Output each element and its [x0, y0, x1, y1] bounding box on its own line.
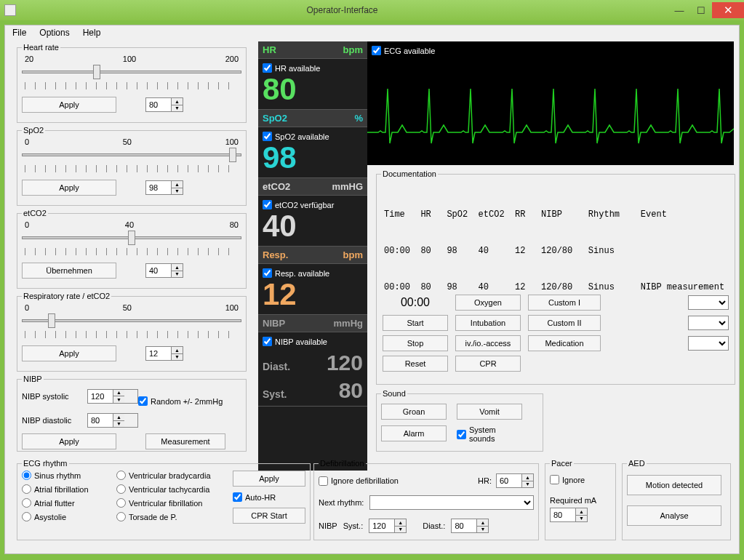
spo2-legend: SpO2 — [22, 126, 45, 135]
stop-button[interactable]: Stop — [383, 335, 448, 351]
window-title: Operator-Interface — [16, 5, 668, 15]
motion-detected-button[interactable]: Motion detected — [627, 475, 721, 495]
analyse-button[interactable]: Analyse — [627, 505, 721, 526]
hr-legend: Heart rate — [22, 43, 60, 52]
spo2-value: 98 — [263, 141, 363, 175]
minimize-button[interactable]: — — [668, 2, 690, 18]
rhythm-aflutter[interactable]: Atrial flutter — [22, 498, 109, 508]
etco2-legend: etCO2 — [22, 209, 48, 217]
etco2-value: 40 — [263, 209, 363, 243]
doc-legend: Documentation — [381, 169, 438, 178]
alarm-button[interactable]: Alarm — [381, 425, 447, 441]
hr-slider[interactable] — [22, 63, 241, 81]
close-button[interactable]: ✕ — [712, 2, 744, 18]
monitor-column: HRbpm HR available 80 SpO2% SpO2 availab… — [258, 41, 367, 471]
rr-apply-button[interactable]: Apply — [22, 345, 116, 361]
medication-button[interactable]: Medication — [528, 335, 601, 351]
defib-legend: Defibrillation — [319, 459, 366, 468]
defib-hr-spinner[interactable]: ▲▼ — [496, 473, 534, 488]
pacer-ignore-checkbox[interactable]: Ignore — [550, 475, 585, 484]
defib-diast-spinner[interactable]: ▲▼ — [451, 519, 489, 533]
pacer-ma-spinner[interactable]: ▲▼ — [550, 508, 588, 522]
nibp-measure-button[interactable]: Measurement — [145, 433, 225, 449]
custom1-button[interactable]: Custom I — [528, 295, 601, 311]
ecgr-apply-button[interactable]: Apply — [233, 471, 305, 487]
system-sounds-checkbox[interactable]: System sounds — [457, 425, 522, 443]
cpr-start-button[interactable]: CPR Start — [233, 508, 305, 524]
next-rhythm-select[interactable] — [369, 495, 534, 510]
sound-legend: Sound — [381, 389, 407, 398]
rhythm-vfib[interactable]: Ventricular fibrillation — [116, 498, 225, 508]
nibp-sys-label: NIBP systolic — [22, 392, 87, 401]
reset-button[interactable]: Reset — [383, 356, 448, 372]
ignore-defib-checkbox[interactable]: Ignore defibrillation — [319, 476, 399, 486]
custom1-select[interactable] — [688, 295, 729, 310]
spo2-slider[interactable] — [22, 146, 241, 164]
maximize-button[interactable]: ☐ — [690, 2, 712, 18]
spo2-spinner[interactable]: ▲▼ — [145, 180, 183, 195]
spo2-apply-button[interactable]: Apply — [22, 180, 116, 196]
rhythm-torsade[interactable]: Torsade de P. — [116, 512, 225, 521]
menu-file[interactable]: File — [12, 28, 26, 38]
rhythm-vbrady[interactable]: Ventricular bradycardia — [116, 471, 225, 480]
rhythm-afib[interactable]: Atrial fibrillation — [22, 484, 109, 494]
custom2-select[interactable] — [688, 316, 729, 330]
pacer-legend: Pacer — [550, 459, 574, 468]
rr-spinner[interactable]: ▲▼ — [145, 346, 183, 361]
rr-legend: Respiratory rate / etCO2 — [22, 292, 111, 300]
nibp-dia-label: NIBP diastolic — [22, 416, 87, 425]
hr-spinner[interactable]: ▲▼ — [145, 97, 183, 112]
hr-value: 80 — [263, 73, 363, 106]
ecgr-legend: ECG rhythm — [22, 459, 69, 468]
rhythm-sinus[interactable]: Sinus rhythm — [22, 471, 109, 480]
rr-slider[interactable] — [22, 312, 241, 329]
etco2-spinner[interactable]: ▲▼ — [145, 263, 183, 278]
ecg-available-checkbox[interactable]: ECG available — [367, 41, 734, 60]
rhythm-vtach[interactable]: Ventricular tachycardia — [116, 484, 225, 494]
menu-help[interactable]: Help — [83, 28, 101, 38]
iv-button[interactable]: iv./io.-access — [455, 335, 521, 351]
nibp-legend: NIBP — [22, 375, 44, 383]
cpr-button[interactable]: CPR — [455, 356, 521, 372]
groan-button[interactable]: Groan — [381, 404, 447, 420]
nibp-diast-value: 120 — [327, 351, 363, 375]
etco2-apply-button[interactable]: Übernehmen — [22, 263, 116, 279]
doc-timer: 00:00 — [383, 296, 448, 309]
auto-hr-checkbox[interactable]: Auto-HR — [233, 492, 305, 502]
ecg-panel: ECG available — [367, 41, 734, 165]
vomit-button[interactable]: Vomit — [457, 404, 522, 420]
nibp-sys-spinner[interactable]: ▲▼ — [87, 389, 138, 404]
rhythm-asystolie[interactable]: Asystolie — [22, 512, 109, 521]
nibp-syst-value: 80 — [339, 378, 363, 403]
nibp-apply-button[interactable]: Apply — [22, 433, 116, 449]
oxygen-button[interactable]: Oxygen — [455, 295, 521, 311]
app-icon — [4, 4, 16, 16]
etco2-slider[interactable] — [22, 229, 241, 247]
medication-select[interactable] — [688, 336, 729, 351]
nibp-random-checkbox[interactable]: Random +/- 2mmHg — [138, 396, 241, 406]
custom2-button[interactable]: Custom II — [528, 315, 601, 331]
nibp-dia-spinner[interactable]: ▲▼ — [87, 413, 138, 428]
aed-legend: AED — [627, 459, 647, 468]
intubation-button[interactable]: Intubation — [455, 315, 521, 331]
ecg-waveform — [367, 60, 734, 154]
resp-value: 12 — [263, 278, 363, 311]
hr-apply-button[interactable]: Apply — [22, 97, 116, 113]
defib-syst-spinner[interactable]: ▲▼ — [369, 519, 407, 533]
nibp-available-checkbox[interactable]: NIBP available — [263, 337, 363, 346]
start-button[interactable]: Start — [383, 315, 448, 331]
menu-options[interactable]: Options — [39, 28, 69, 38]
